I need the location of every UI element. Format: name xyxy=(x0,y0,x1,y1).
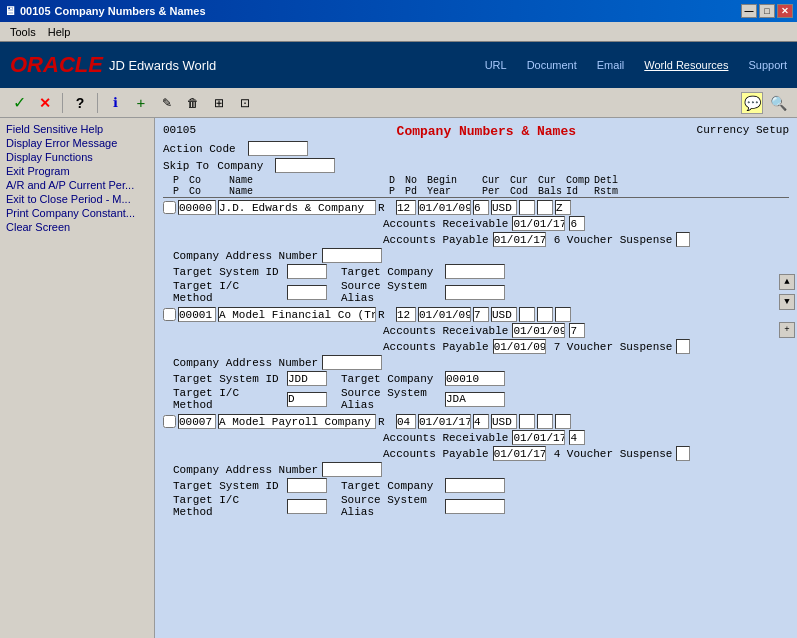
record-3-target-sys-input[interactable] xyxy=(287,478,327,493)
record-3-comp-id[interactable] xyxy=(537,414,553,429)
nav-links: URL Document Email World Resources Suppo… xyxy=(485,59,787,71)
minimize-button[interactable]: — xyxy=(741,4,757,18)
record-3-source-sys-input[interactable] xyxy=(445,499,505,514)
record-1-source-sys-input[interactable] xyxy=(445,285,505,300)
record-3-ar-date[interactable] xyxy=(512,430,565,445)
toolbar-delete[interactable]: 🗑 xyxy=(182,92,204,114)
title-bar-controls: — □ ✕ xyxy=(741,4,793,18)
record-2-target-ic-input[interactable] xyxy=(287,392,327,407)
sidebar-exit-close-period[interactable]: Exit to Close Period - M... xyxy=(0,192,154,206)
nav-url[interactable]: URL xyxy=(485,59,507,71)
record-1-per[interactable] xyxy=(473,200,489,215)
record-3-cur-cod[interactable] xyxy=(491,414,517,429)
record-2-ar-date[interactable] xyxy=(512,323,565,338)
record-2-voucher-chk[interactable] xyxy=(676,339,690,354)
record-2-co[interactable] xyxy=(178,307,216,322)
menu-tools[interactable]: Tools xyxy=(4,24,42,40)
record-3-per[interactable] xyxy=(473,414,489,429)
record-3-ap-date[interactable] xyxy=(493,446,546,461)
toolbar-check[interactable]: ✓ xyxy=(8,92,30,114)
sidebar-display-functions[interactable]: Display Functions xyxy=(0,150,154,164)
scroll-up-button[interactable]: ▲ xyxy=(779,274,795,290)
toolbar-edit[interactable]: ✎ xyxy=(156,92,178,114)
toolbar-paste[interactable]: ⊡ xyxy=(234,92,256,114)
record-2-checkbox[interactable] xyxy=(163,308,176,321)
record-1-checkbox[interactable] xyxy=(163,201,176,214)
record-3-company-addr-label: Company Address Number xyxy=(173,464,318,476)
toolbar-info[interactable]: ℹ xyxy=(104,92,126,114)
sidebar-print-company[interactable]: Print Company Constant... xyxy=(0,206,154,220)
record-2-name[interactable] xyxy=(218,307,376,322)
nav-support[interactable]: Support xyxy=(748,59,787,71)
record-3-checkbox[interactable] xyxy=(163,415,176,428)
record-1-comp-id[interactable] xyxy=(537,200,553,215)
record-2-ar-per[interactable] xyxy=(569,323,585,338)
record-2-comp-id[interactable] xyxy=(537,307,553,322)
sidebar-ar-ap-current-per[interactable]: A/R and A/P Current Per... xyxy=(0,178,154,192)
scroll-zoom-in[interactable]: + xyxy=(779,322,795,338)
record-3-company-addr-input[interactable] xyxy=(322,462,382,477)
record-3-voucher-chk[interactable] xyxy=(676,446,690,461)
toolbar: ✓ ✕ ? ℹ + ✎ 🗑 ⊞ ⊡ 💬 🔍 xyxy=(0,88,797,118)
record-3-ar-per[interactable] xyxy=(569,430,585,445)
record-1-voucher-chk[interactable] xyxy=(676,232,690,247)
record-1-target-ic-input[interactable] xyxy=(287,285,327,300)
record-1-cur-cod[interactable] xyxy=(491,200,517,215)
record-1-target-sys-input[interactable] xyxy=(287,264,327,279)
sidebar-clear-screen[interactable]: Clear Screen xyxy=(0,220,154,234)
maximize-button[interactable]: □ xyxy=(759,4,775,18)
nav-email[interactable]: Email xyxy=(597,59,625,71)
record-1-company-addr-input[interactable] xyxy=(322,248,382,263)
toolbar-copy[interactable]: ⊞ xyxy=(208,92,230,114)
record-2-year[interactable] xyxy=(418,307,471,322)
record-1-target-company-input[interactable] xyxy=(445,264,505,279)
record-1-pd[interactable] xyxy=(396,200,416,215)
record-3-co[interactable] xyxy=(178,414,216,429)
record-2-ar-label: Accounts Receivable xyxy=(383,325,508,337)
record-2-ap-date[interactable] xyxy=(493,339,546,354)
sidebar-exit-program[interactable]: Exit Program xyxy=(0,164,154,178)
toolbar-help[interactable]: ? xyxy=(69,92,91,114)
record-1-target-ic-row: Target I/C Method Source System Alias xyxy=(163,280,789,304)
record-2-source-sys-input[interactable] xyxy=(445,392,505,407)
record-3-target-sys-label: Target System ID xyxy=(173,480,283,492)
record-1-ar-date[interactable] xyxy=(512,216,565,231)
nav-document[interactable]: Document xyxy=(527,59,577,71)
toolbar-add[interactable]: + xyxy=(130,92,152,114)
record-1-ap-date[interactable] xyxy=(493,232,546,247)
record-1-co[interactable] xyxy=(178,200,216,215)
record-2-target-company-input[interactable] xyxy=(445,371,505,386)
record-1-name[interactable] xyxy=(218,200,376,215)
record-3-year[interactable] xyxy=(418,414,471,429)
record-3-cur-bals[interactable] xyxy=(519,414,535,429)
close-button[interactable]: ✕ xyxy=(777,4,793,18)
col-hdr2-pd2: Pd xyxy=(405,186,427,197)
record-2-ap-label: Accounts Payable xyxy=(383,341,489,353)
menu-help[interactable]: Help xyxy=(42,24,77,40)
record-1-year[interactable] xyxy=(418,200,471,215)
sidebar-field-sensitive-help[interactable]: Field Sensitive Help xyxy=(0,122,154,136)
record-3-name[interactable] xyxy=(218,414,376,429)
record-2-target-sys-input[interactable] xyxy=(287,371,327,386)
record-3-detl[interactable] xyxy=(555,414,571,429)
toolbar-search[interactable]: 🔍 xyxy=(767,92,789,114)
record-2-cur-cod[interactable] xyxy=(491,307,517,322)
record-1-ar-per[interactable] xyxy=(569,216,585,231)
sidebar-display-error-message[interactable]: Display Error Message xyxy=(0,136,154,150)
record-2-pd[interactable] xyxy=(396,307,416,322)
record-1-detl[interactable] xyxy=(555,200,571,215)
record-3-target-company-input[interactable] xyxy=(445,478,505,493)
action-code-input[interactable] xyxy=(248,141,308,156)
record-2-detl[interactable] xyxy=(555,307,571,322)
skip-to-company-input[interactable] xyxy=(275,158,335,173)
nav-world-resources[interactable]: World Resources xyxy=(644,59,728,71)
record-3-pd[interactable] xyxy=(396,414,416,429)
scroll-down-button[interactable]: ▼ xyxy=(779,294,795,310)
record-1-cur-bals[interactable] xyxy=(519,200,535,215)
record-3-target-ic-input[interactable] xyxy=(287,499,327,514)
toolbar-cancel[interactable]: ✕ xyxy=(34,92,56,114)
toolbar-chat[interactable]: 💬 xyxy=(741,92,763,114)
record-2-cur-bals[interactable] xyxy=(519,307,535,322)
record-2-company-addr-input[interactable] xyxy=(322,355,382,370)
record-2-per[interactable] xyxy=(473,307,489,322)
